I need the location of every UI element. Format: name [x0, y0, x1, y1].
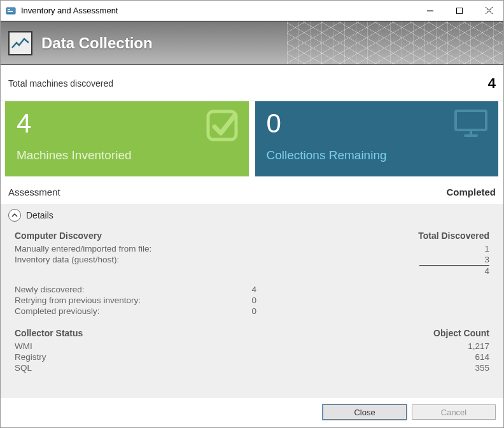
discovery-row: Manually entered/imported from file: 1 [15, 243, 489, 254]
close-button[interactable]: Close [323, 404, 407, 420]
discovery-row-label: Inventory data (guest/host): [15, 255, 186, 264]
discovery-total-row: 4 [15, 266, 489, 276]
tile-inventoried: 4 Machines Inventoried [5, 101, 249, 176]
discovery-row-value: 3 [256, 255, 489, 264]
totals-label: Total machines discovered [8, 78, 488, 89]
totals-value: 4 [488, 75, 496, 92]
collector-row-label: WMI [15, 341, 186, 351]
collector-row-value: 1,217 [256, 341, 489, 351]
discovery-extra-label: Newly discovered: [15, 285, 186, 294]
tile-inventoried-value: 4 [17, 110, 237, 137]
titlebar: Inventory and Assessment [1, 1, 503, 21]
chart-line-icon [8, 31, 32, 55]
svg-rect-8 [456, 111, 486, 130]
discovery-extra-row: Completed previously: 0 [15, 306, 489, 317]
totals-row: Total machines discovered 4 [1, 65, 503, 101]
collector-row: SQL 355 [15, 362, 489, 373]
discovery-extra-value: 0 [186, 306, 256, 316]
discovery-extra-row: Retrying from previous inventory: 0 [15, 295, 489, 306]
close-window-button[interactable] [474, 1, 503, 20]
details-header: Details [8, 209, 496, 222]
minimize-button[interactable] [416, 1, 445, 20]
svg-rect-2 [8, 11, 13, 12]
discovery-heading-row: Computer Discovery Total Discovered [15, 231, 489, 241]
window-buttons [416, 1, 503, 20]
footer: Close Cancel [1, 398, 503, 427]
discovery-extra-value: 4 [186, 285, 256, 294]
discovery-row-value: 1 [256, 244, 489, 253]
discovery-heading: Computer Discovery [15, 231, 102, 241]
collector-row: Registry 614 [15, 352, 489, 362]
discovery-extra-row: Newly discovered: 4 [15, 284, 489, 295]
collapse-toggle[interactable] [8, 209, 21, 222]
collector-heading: Collector Status [15, 328, 83, 338]
assessment-status: Completed [446, 187, 496, 197]
object-count-heading: Object Count [433, 328, 489, 338]
monitor-icon [454, 109, 488, 140]
tile-remaining-caption: Collections Remaining [267, 148, 487, 162]
discovery-extra-label: Retrying from previous inventory: [15, 296, 186, 305]
tiles: 4 Machines Inventoried 0 Collections Rem… [1, 101, 503, 176]
details-body: Computer Discovery Total Discovered Manu… [8, 231, 496, 373]
banner-decor [287, 22, 503, 64]
tile-inventoried-caption: Machines Inventoried [17, 148, 237, 162]
chevron-up-icon [11, 212, 18, 218]
maximize-button[interactable] [445, 1, 474, 20]
discovery-extra-value: 0 [186, 296, 256, 305]
collector-row: WMI 1,217 [15, 341, 489, 352]
collector-row-value: 614 [256, 352, 489, 362]
banner-title: Data Collection [41, 34, 153, 52]
discovery-row-label: Manually entered/imported from file: [15, 244, 186, 253]
collector-heading-row: Collector Status Object Count [15, 328, 489, 338]
discovery-extra-label: Completed previously: [15, 306, 186, 316]
collector-row-label: Registry [15, 352, 186, 362]
total-discovered-heading: Total Discovered [418, 231, 489, 241]
collector-row-label: SQL [15, 363, 186, 373]
cancel-button: Cancel [412, 404, 496, 420]
banner: Data Collection [1, 21, 503, 65]
window: Inventory and Assessment Data Collection… [0, 0, 504, 428]
app-icon [6, 6, 16, 16]
discovery-total: 4 [256, 266, 489, 276]
details-section: Details Computer Discovery Total Discove… [1, 204, 503, 398]
collector-row-value: 355 [256, 363, 489, 373]
discovery-row: Inventory data (guest/host): 3 [15, 254, 489, 265]
assessment-label: Assessment [8, 187, 446, 197]
checkmark-icon [206, 109, 239, 144]
details-label: Details [26, 210, 53, 220]
tile-remaining: 0 Collections Remaining [255, 101, 499, 176]
svg-rect-4 [457, 8, 463, 13]
assessment-row: Assessment Completed [1, 176, 503, 204]
window-title: Inventory and Assessment [21, 6, 416, 15]
svg-rect-1 [8, 9, 10, 10]
